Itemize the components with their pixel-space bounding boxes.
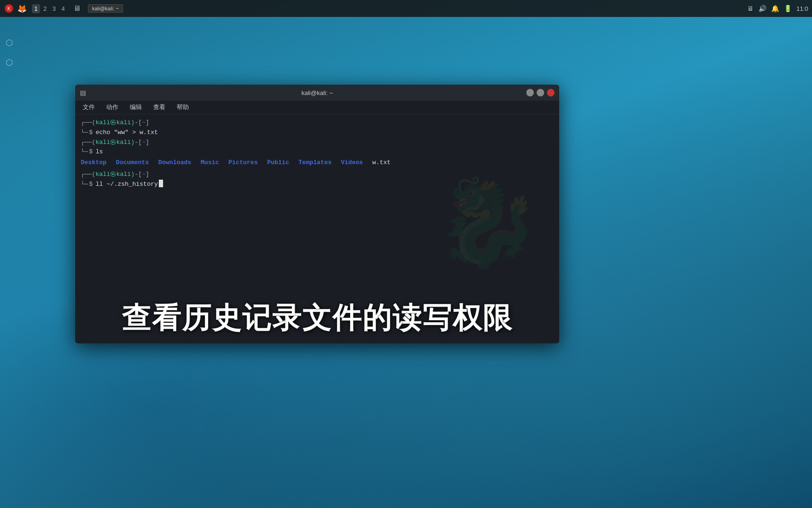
cmd-ll: ll ~/.zsh_history xyxy=(95,180,158,190)
prompt-bracket-1: ┌── xyxy=(81,118,92,128)
cmd-echo: echo "ww" > w.txt xyxy=(95,128,158,138)
terminal-cmd-2: └─ $ ls xyxy=(81,147,554,157)
prompt-dir-bracket-2-close: ] xyxy=(146,138,149,148)
prompt-l-3: └─ xyxy=(81,180,88,190)
terminal-titlebar: ▤ kali@kali: ~ xyxy=(75,85,559,101)
ls-item-templates: Templates xyxy=(298,158,331,168)
terminal-line-2: ┌── (kali㉿kali) -[ ~ ] xyxy=(81,138,554,148)
maximize-button[interactable] xyxy=(537,89,544,96)
taskbar-window-button[interactable]: kali@kali: ~ xyxy=(88,4,123,13)
prompt-l-2: └─ xyxy=(81,147,88,157)
prompt-user-1: (kali㉿kali) xyxy=(92,118,134,128)
terminal-cmd-3: └─ $ ll ~/.zsh_history xyxy=(81,180,554,190)
prompt-bracket-3: ┌── xyxy=(81,170,92,180)
terminal-menubar: 文件 动作 编辑 查看 帮助 xyxy=(75,101,559,114)
menu-view[interactable]: 查看 xyxy=(151,102,167,112)
notification-icon[interactable]: 🔔 xyxy=(771,5,779,12)
ls-item-public: Public xyxy=(267,158,289,168)
ls-output: Desktop Documents Downloads Music Pictur… xyxy=(81,158,554,168)
cmd-ls: ls xyxy=(95,147,103,157)
prompt-bracket-2: ┌── xyxy=(81,138,92,148)
terminal-title: kali@kali: ~ xyxy=(301,89,333,96)
terminal-line-1: ┌── (kali㉿kali) -[ ~ ] xyxy=(81,118,554,128)
menu-action[interactable]: 动作 xyxy=(104,102,120,112)
left-panel: ⬡ ⬡ xyxy=(0,28,19,68)
battery-icon: 🔋 xyxy=(784,5,792,12)
prompt-l-1: └─ xyxy=(81,128,88,138)
prompt-dir-bracket-3-close: ] xyxy=(146,170,149,180)
ls-item-music: Music xyxy=(201,158,219,168)
left-icon-1[interactable]: ⬡ xyxy=(6,38,13,48)
display-icon: 🖥 xyxy=(747,5,754,12)
volume-icon[interactable]: 🔊 xyxy=(758,5,766,12)
prompt-dir-bracket-3: -[ xyxy=(134,170,142,180)
monitor-icon[interactable]: 🖥 xyxy=(72,3,82,14)
titlebar-buttons xyxy=(526,89,554,96)
kali-logo-icon[interactable]: K xyxy=(4,3,14,14)
workspace-3[interactable]: 3 xyxy=(50,4,58,13)
prompt-dir-bracket-1: -[ xyxy=(134,118,142,128)
ls-item-pictures: Pictures xyxy=(228,158,258,168)
ls-item-downloads: Downloads xyxy=(158,158,191,168)
terminal-line-3: ┌── (kali㉿kali) -[ ~ ] xyxy=(81,170,554,180)
workspaces: 1 2 3 4 xyxy=(32,4,67,13)
svg-text:K: K xyxy=(8,6,11,11)
taskbar-right: 🖥 🔊 🔔 🔋 11:0 xyxy=(747,5,808,12)
taskbar: K 🦊 1 2 3 4 🖥 kali@kali: ~ 🖥 🔊 🔔 🔋 11:0 xyxy=(0,0,812,17)
prompt-user-3: (kali㉿kali) xyxy=(92,170,134,180)
ls-item-desktop: Desktop xyxy=(81,158,107,168)
workspace-4[interactable]: 4 xyxy=(59,4,67,13)
prompt-dollar-3: $ xyxy=(89,180,93,190)
prompt-dollar-1: $ xyxy=(89,128,93,138)
kali-watermark: 🐉 xyxy=(435,187,540,271)
workspace-1[interactable]: 1 xyxy=(32,4,40,13)
menu-edit[interactable]: 编辑 xyxy=(128,102,144,112)
close-button[interactable] xyxy=(547,89,554,96)
prompt-user-2: (kali㉿kali) xyxy=(92,138,134,148)
clock: 11:0 xyxy=(796,5,808,12)
ls-item-documents: Documents xyxy=(116,158,149,168)
ls-item-videos: Videos xyxy=(341,158,363,168)
prompt-dir-2: ~ xyxy=(142,138,146,148)
menu-help[interactable]: 帮助 xyxy=(175,102,191,112)
firefox-icon[interactable]: 🦊 xyxy=(17,3,27,14)
taskbar-left: K 🦊 1 2 3 4 🖥 kali@kali: ~ xyxy=(4,3,123,14)
terminal-cmd-1: └─ $ echo "ww" > w.txt xyxy=(81,128,554,138)
terminal-content[interactable]: 🐉 ┌── (kali㉿kali) -[ ~ ] └─ $ echo "ww" … xyxy=(75,114,559,343)
terminal-window: ▤ kali@kali: ~ 文件 动作 编辑 查看 帮助 🐉 ┌── (kal… xyxy=(75,85,559,343)
menu-file[interactable]: 文件 xyxy=(81,102,97,112)
prompt-dir-3: ~ xyxy=(142,170,146,180)
prompt-dir-bracket-2: -[ xyxy=(134,138,142,148)
prompt-dir-1: ~ xyxy=(142,118,146,128)
prompt-dollar-2: $ xyxy=(89,147,93,157)
cursor xyxy=(159,180,163,187)
prompt-dir-bracket-1-close: ] xyxy=(146,118,149,128)
left-icon-2[interactable]: ⬡ xyxy=(6,57,13,68)
ls-item-wtxt: w.txt xyxy=(372,158,390,168)
terminal-icon: ▤ xyxy=(80,89,86,96)
minimize-button[interactable] xyxy=(526,89,534,96)
workspace-2[interactable]: 2 xyxy=(41,4,49,13)
taskbar-window-label: kali@kali: ~ xyxy=(92,6,119,11)
